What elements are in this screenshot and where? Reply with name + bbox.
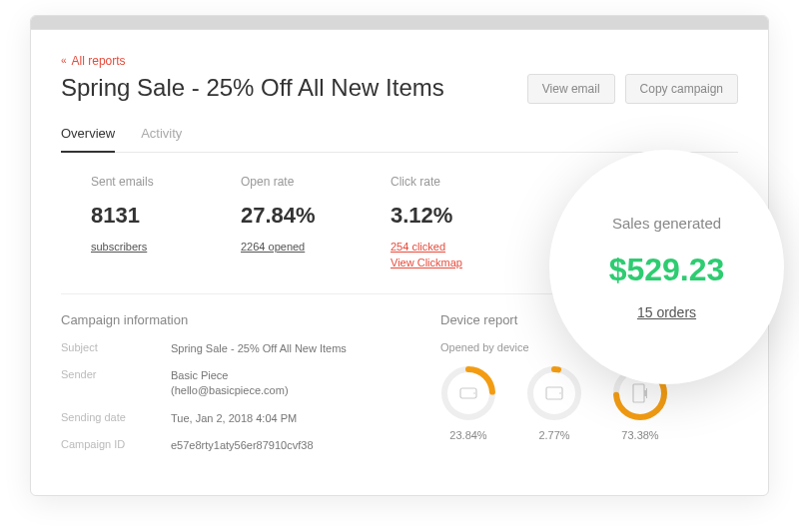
- device-item: 23.84%: [440, 365, 496, 441]
- view-email-button[interactable]: View email: [527, 74, 615, 104]
- view-clickmap-link[interactable]: View Clickmap: [391, 255, 540, 271]
- campaign-information: Campaign information Subject Spring Sale…: [61, 312, 440, 466]
- opened-link[interactable]: 2264 opened: [241, 239, 391, 256]
- stat-value: 3.12%: [391, 203, 540, 229]
- sender-email: (hello@basicpiece.com): [171, 384, 289, 396]
- stat-value: 8131: [91, 203, 241, 229]
- svg-rect-12: [646, 388, 647, 398]
- page-header: Spring Sale - 25% Off All New Items View…: [61, 74, 738, 104]
- subscribers-link[interactable]: subscribers: [91, 239, 241, 256]
- header-actions: View email Copy campaign: [527, 74, 738, 104]
- browser-titlebar: [31, 16, 768, 30]
- device-percentage: 2.77%: [526, 429, 582, 441]
- info-val: e57e8rty1aty56er87910cvf38: [171, 438, 314, 453]
- info-val: Spring Sale - 25% Off All New Items: [171, 341, 347, 356]
- info-row-campaign-id: Campaign ID e57e8rty1aty56er87910cvf38: [61, 438, 440, 453]
- sales-value: $529.23: [609, 252, 725, 288]
- info-key: Sending date: [61, 411, 171, 426]
- stat-label: Click rate: [391, 175, 540, 189]
- svg-rect-10: [633, 384, 644, 402]
- stat-label: Sent emails: [91, 175, 241, 189]
- info-row-sender: Sender Basic Piece (hello@basicpiece.com…: [61, 368, 440, 399]
- phone-icon: [440, 365, 496, 421]
- device-percentage: 23.84%: [440, 429, 496, 441]
- info-key: Campaign ID: [61, 438, 171, 453]
- info-key: Subject: [61, 341, 171, 356]
- section-title: Campaign information: [61, 312, 440, 327]
- info-key: Sender: [61, 368, 171, 399]
- stat-sent-emails: Sent emails 8131 subscribers: [91, 175, 241, 271]
- info-row-subject: Subject Spring Sale - 25% Off All New It…: [61, 341, 440, 356]
- page-title: Spring Sale - 25% Off All New Items: [61, 74, 444, 102]
- info-val: Basic Piece (hello@basicpiece.com): [171, 368, 289, 399]
- tablet-icon: [526, 365, 582, 421]
- stat-label: Open rate: [241, 175, 391, 189]
- svg-point-3: [473, 392, 475, 394]
- device-percentage: 73.38%: [612, 429, 668, 441]
- info-val: Tue, Jan 2, 2018 4:04 PM: [171, 411, 297, 426]
- back-link-text: All reports: [72, 54, 126, 68]
- tabs: Overview Activity: [61, 126, 738, 153]
- clicked-link[interactable]: 254 clicked: [391, 239, 540, 256]
- sender-name: Basic Piece: [171, 369, 228, 381]
- donut-chart: [526, 365, 582, 421]
- sales-generated-bubble: Sales generated $529.23 15 orders: [549, 150, 784, 384]
- copy-campaign-button[interactable]: Copy campaign: [625, 74, 738, 104]
- device-item: 2.77%: [526, 365, 582, 441]
- svg-point-7: [559, 392, 561, 394]
- info-row-sending-date: Sending date Tue, Jan 2, 2018 4:04 PM: [61, 411, 440, 426]
- chevron-left-icon: «: [61, 55, 67, 66]
- stat-open-rate: Open rate 27.84% 2264 opened: [241, 175, 391, 271]
- stat-value: 27.84%: [241, 203, 391, 229]
- back-link[interactable]: « All reports: [61, 54, 126, 68]
- tab-activity[interactable]: Activity: [141, 126, 182, 152]
- svg-rect-11: [644, 390, 646, 396]
- orders-link[interactable]: 15 orders: [637, 304, 696, 320]
- tab-overview[interactable]: Overview: [61, 126, 115, 153]
- stat-click-rate: Click rate 3.12% 254 clicked View Clickm…: [391, 175, 540, 271]
- sales-label: Sales generated: [612, 215, 721, 232]
- donut-chart: [440, 365, 496, 421]
